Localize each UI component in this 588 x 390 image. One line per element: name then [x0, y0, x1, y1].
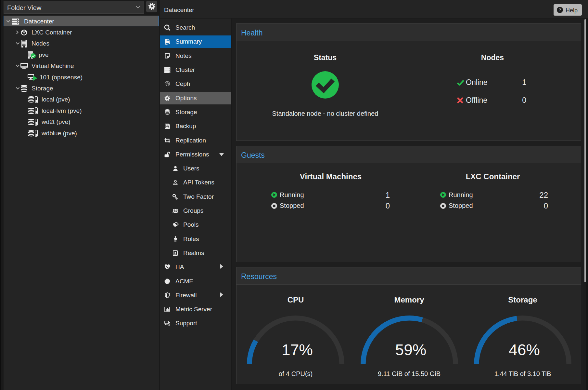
- svg-text:?: ?: [559, 7, 561, 12]
